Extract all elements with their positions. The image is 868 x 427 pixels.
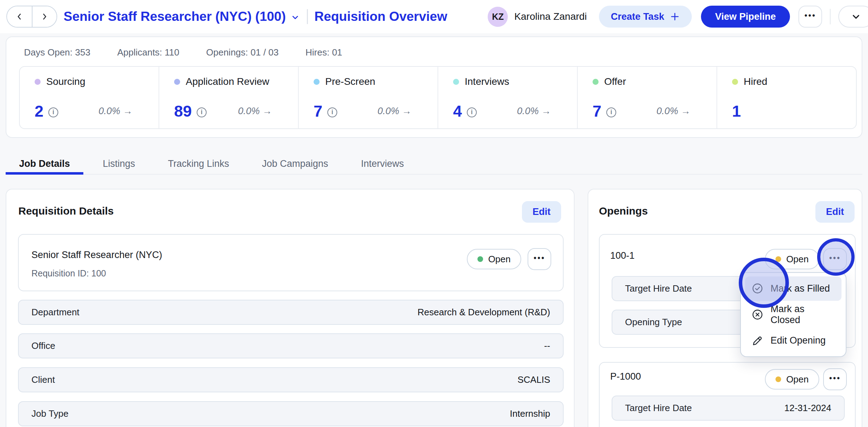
page-title[interactable]: Senior Staff Researcher (NYC) (100) — [64, 9, 286, 24]
breadcrumb: Senior Staff Researcher (NYC) (100) Requ… — [64, 9, 447, 24]
detail-row-client: Client SCALIS — [18, 367, 564, 392]
status-label: Open — [488, 254, 511, 265]
stage-name: Pre-Screen — [325, 76, 375, 87]
opening-card-p-1000: P-1000 Open ••• Target Hire Date 12-31-2… — [599, 362, 856, 427]
info-icon[interactable]: i — [327, 107, 337, 117]
stats-row: Days Open: 353 Applicants: 110 Openings:… — [24, 47, 342, 58]
pipeline-stages: Sourcing 2i 0.0% → Application Review 89… — [19, 66, 857, 129]
status-dot — [477, 256, 483, 262]
status-label: Open — [786, 254, 809, 265]
menu-item-label: Mark as Filled — [771, 283, 830, 294]
status-label: Open — [786, 374, 809, 385]
stage-name: Hired — [744, 76, 767, 87]
opening-more-button[interactable]: ••• — [823, 248, 847, 270]
field-value: 12-31-2024 — [784, 403, 831, 414]
job-summary-card: Senior Staff Researcher (NYC) Requisitio… — [18, 234, 564, 291]
status-badge: Open — [467, 249, 521, 269]
info-icon[interactable]: i — [48, 107, 58, 117]
stage-count: 2 — [35, 103, 43, 119]
row-label: Department — [31, 307, 79, 318]
chevron-down-icon[interactable] — [291, 13, 300, 22]
plus-icon — [670, 12, 680, 22]
top-bar: Senior Staff Researcher (NYC) (100) Requ… — [0, 0, 868, 33]
info-icon[interactable]: i — [606, 107, 616, 117]
tab-tracking-links[interactable]: Tracking Links — [155, 153, 243, 174]
status-dot — [775, 256, 781, 262]
forward-button[interactable] — [32, 6, 57, 27]
stage-dot — [174, 79, 180, 85]
chevron-left-icon — [15, 12, 24, 21]
opening-id: P-1000 — [610, 371, 641, 382]
stage-dot — [35, 79, 41, 85]
check-circle-icon — [751, 282, 763, 294]
avatar[interactable]: KZ — [488, 7, 508, 27]
stage-count: 7 — [593, 103, 601, 119]
detail-row-job-type: Job Type Internship — [18, 401, 564, 426]
history-nav — [6, 6, 57, 28]
stage-count: 4 — [453, 103, 462, 119]
detail-tabs: Job Details Listings Tracking Links Job … — [6, 153, 862, 175]
requisition-id: Requisition ID: 100 — [31, 268, 106, 279]
stage-dot — [314, 79, 320, 85]
requisition-overview-page: Senior Staff Researcher (NYC) (100) Requ… — [0, 0, 868, 427]
requisition-details-panel: Requisition Details Edit Senior Staff Re… — [6, 189, 575, 427]
info-icon[interactable]: i — [467, 107, 477, 117]
ellipsis-icon: ••• — [829, 253, 841, 263]
view-pipeline-button[interactable]: View Pipeline — [701, 6, 790, 28]
tab-job-campaigns[interactable]: Job Campaigns — [249, 153, 342, 174]
stage-name: Interviews — [465, 76, 509, 87]
stage-pass-rate: 0.0% → — [99, 106, 132, 117]
menu-item-mark-as-filled[interactable]: Mark as Filled — [745, 276, 842, 301]
stage-pass-rate: 0.0% → — [238, 106, 272, 117]
stage-pass-rate: 0.0% → — [517, 106, 551, 117]
menu-item-edit-opening[interactable]: Edit Opening — [745, 328, 842, 353]
stage-pass-rate: 0.0% → — [377, 106, 411, 117]
more-actions-button[interactable]: ••• — [798, 6, 822, 28]
row-label: Office — [31, 340, 55, 351]
ellipsis-icon: ••• — [534, 253, 545, 263]
row-label: Client — [31, 374, 55, 385]
ellipsis-icon: ••• — [829, 374, 841, 383]
edit-openings-button[interactable]: Edit — [815, 201, 855, 223]
status-badge: Open — [765, 249, 819, 269]
status-dot — [775, 376, 781, 382]
detail-row-department: Department Research & Development (R&D) — [18, 300, 564, 325]
tab-job-details[interactable]: Job Details — [6, 153, 83, 174]
edit-requisition-button[interactable]: Edit — [522, 201, 561, 223]
tab-listings[interactable]: Listings — [89, 153, 149, 174]
stage-dot — [453, 79, 459, 85]
job-more-button[interactable]: ••• — [528, 248, 551, 270]
status-badge: Open — [765, 369, 819, 390]
stage-application-review: Application Review 89i 0.0% → — [159, 67, 298, 128]
opening-more-button[interactable]: ••• — [823, 368, 847, 390]
stage-name: Sourcing — [46, 76, 85, 87]
menu-item-label: Edit Opening — [771, 335, 826, 346]
back-button[interactable] — [7, 6, 32, 27]
menu-item-mark-as-closed[interactable]: Mark as Closed — [745, 303, 842, 327]
stage-pass-rate: 0.0% → — [656, 106, 690, 117]
field-label: Target Hire Date — [625, 283, 692, 294]
stat-days-open: Days Open: 353 — [24, 47, 90, 58]
stage-pre-screen: Pre-Screen 7i 0.0% → — [298, 67, 438, 128]
stage-hired: Hired 1 — [717, 67, 856, 128]
job-title: Senior Staff Researcher (NYC) — [31, 250, 162, 261]
stage-count: 89 — [174, 103, 192, 119]
top-bar-actions: KZ Karolina Zanardi Create Task View Pip… — [488, 6, 868, 28]
section-title: Requisition Overview — [314, 9, 447, 24]
create-task-button[interactable]: Create Task — [599, 6, 692, 28]
detail-row-office: Office -- — [18, 333, 564, 358]
user-name: Karolina Zanardi — [514, 11, 587, 22]
row-value: SCALIS — [518, 374, 551, 385]
requisition-summary-card: Days Open: 353 Applicants: 110 Openings:… — [6, 36, 862, 138]
opening-id: 100-1 — [610, 250, 635, 261]
stage-sourcing: Sourcing 2i 0.0% → — [20, 67, 159, 128]
row-value: Internship — [510, 408, 550, 419]
pencil-icon — [751, 335, 763, 347]
collapse-header-button[interactable] — [838, 6, 868, 28]
field-target-hire-date: Target Hire Date 12-31-2024 — [612, 396, 845, 421]
info-icon[interactable]: i — [197, 107, 207, 117]
chevron-down-icon — [851, 11, 861, 22]
tab-interviews[interactable]: Interviews — [347, 153, 417, 174]
opening-context-menu: Mark as Filled Mark as Closed Edit Openi… — [740, 272, 846, 357]
stat-openings: Openings: 01 / 03 — [206, 47, 279, 58]
